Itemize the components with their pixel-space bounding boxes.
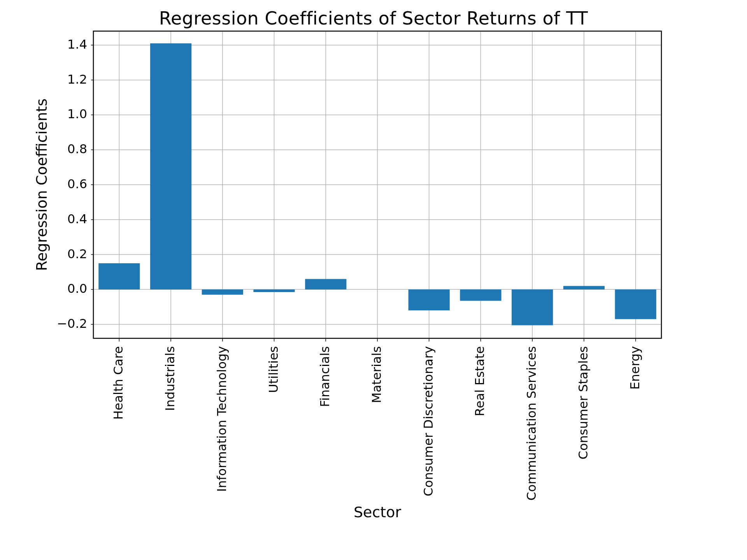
x-axis-label: Sector xyxy=(354,504,402,521)
xtick-label: Communication Services xyxy=(524,346,539,500)
bar-energy xyxy=(615,289,656,319)
xtick-label: Energy xyxy=(628,346,642,390)
ytick-label: 1.2 xyxy=(67,72,87,87)
xtick-label: Health Care xyxy=(111,346,126,420)
ytick-label: 0.8 xyxy=(67,142,87,156)
xtick-label: Utilities xyxy=(266,346,281,393)
ytick-label: 0.6 xyxy=(67,177,87,191)
y-axis-label: Regression Coefficients xyxy=(33,98,50,271)
ytick-label: 1.4 xyxy=(67,37,87,52)
bar-financials xyxy=(305,279,346,289)
plot-area: −0.2 0.0 0.2 0.4 0.6 0.8 1.0 1.2 1.4 xyxy=(33,31,661,521)
xtick-label: Consumer Staples xyxy=(576,346,591,459)
bar-consumer-discretionary xyxy=(409,289,450,310)
xtick-label: Financials xyxy=(317,346,332,407)
x-tick-labels: Health Care Industrials Information Tech… xyxy=(111,346,642,500)
chart-figure: Regression Coefficients of Sector Return… xyxy=(0,0,747,560)
ytick-label: −0.2 xyxy=(57,316,87,331)
bar-health-care xyxy=(98,263,140,289)
xtick-label: Real Estate xyxy=(472,346,487,416)
bar-communication-services xyxy=(512,289,553,325)
ytick-label: 0.4 xyxy=(67,212,87,226)
bar-information-technology xyxy=(202,289,243,294)
chart-svg: −0.2 0.0 0.2 0.4 0.6 0.8 1.0 1.2 1.4 xyxy=(0,0,747,560)
bar-industrials xyxy=(150,43,191,289)
xtick-label: Industrials xyxy=(163,346,177,411)
bar-real-estate xyxy=(460,289,501,301)
bar-consumer-staples xyxy=(563,286,605,289)
ytick-label: 0.2 xyxy=(67,247,87,261)
ytick-label: 1.0 xyxy=(67,107,87,121)
xtick-label: Materials xyxy=(369,346,384,403)
xtick-label: Consumer Discretionary xyxy=(421,346,436,496)
y-ticks: −0.2 0.0 0.2 0.4 0.6 0.8 1.0 1.2 1.4 xyxy=(57,37,93,331)
bar-utilities xyxy=(253,289,295,292)
ytick-label: 0.0 xyxy=(67,281,87,296)
xtick-label: Information Technology xyxy=(214,346,229,492)
